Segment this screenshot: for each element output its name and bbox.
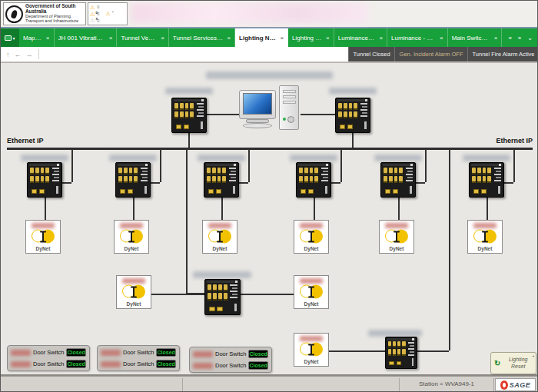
door-switch-row: Door SwitchClosed	[11, 360, 86, 368]
switch-power-connector	[473, 189, 479, 194]
switch-led	[406, 180, 413, 181]
computer-tower-icon	[279, 85, 299, 130]
dynet-label: DyNet	[294, 246, 328, 251]
switch-led	[54, 171, 58, 172]
ethernet-ip-label-left: Ethernet IP	[7, 137, 44, 145]
ethernet-switch[interactable]	[27, 162, 62, 198]
link-line	[487, 198, 488, 221]
bottom-status-bar: Station = WVA949-1 SAGE	[1, 376, 538, 392]
ethernet-switch[interactable]	[385, 337, 417, 369]
dynet-node[interactable]: DyNet	[114, 220, 149, 254]
redacted-door-id	[193, 351, 213, 357]
switch-ports	[472, 168, 491, 183]
workstation-computer[interactable]	[239, 85, 301, 133]
redacted-dynet-label	[473, 223, 497, 228]
dynet-logo-bar	[396, 232, 397, 242]
dynet-node[interactable]: DyNet	[379, 220, 414, 254]
door-status-badge: Closed	[66, 348, 86, 357]
switch-port	[304, 168, 308, 174]
ethernet-switch[interactable]	[115, 162, 151, 198]
dynet-node[interactable]: DyNet	[294, 220, 329, 254]
switch-leds	[229, 168, 236, 184]
switch-port	[118, 168, 122, 174]
switch-led	[231, 177, 235, 178]
ethernet-switch[interactable]	[204, 162, 239, 198]
dynet-node[interactable]: DyNet	[294, 275, 329, 309]
switch-port	[304, 176, 308, 183]
switch-led	[410, 345, 414, 347]
switch-power-connector	[176, 125, 181, 129]
switch-ports	[338, 103, 357, 118]
ethernet-switch[interactable]	[296, 162, 331, 198]
switch-port	[218, 176, 221, 183]
switch-led	[230, 284, 237, 286]
switch-power-connector	[301, 189, 306, 194]
link-line	[62, 182, 71, 184]
door-switch-row: Door SwitchClosed	[193, 361, 268, 370]
redacted-door-id	[11, 350, 31, 356]
switch-side-led	[233, 186, 234, 194]
dynet-logo-bar	[311, 232, 312, 242]
switch-led	[52, 168, 59, 169]
scada-window: Government of South Australia Department…	[0, 0, 538, 392]
ethernet-switch[interactable]	[335, 98, 370, 133]
switch-port	[402, 349, 405, 355]
ethernet-switch[interactable]	[469, 162, 504, 198]
redacted-dynet-label	[300, 278, 324, 284]
switch-port	[399, 176, 403, 183]
dynet-node[interactable]: DyNet	[116, 275, 151, 309]
switch-port	[134, 168, 138, 174]
switch-port	[134, 176, 138, 183]
door-switch-label: Door Switch	[33, 349, 64, 356]
switch-side-led	[412, 358, 413, 366]
switch-port	[483, 176, 487, 183]
dynet-logo-icon	[473, 230, 496, 244]
door-status-badge: Closed	[156, 348, 176, 357]
switch-port	[388, 349, 391, 355]
switch-port	[354, 111, 357, 118]
switch-port	[349, 103, 353, 110]
switch-port	[344, 111, 347, 118]
link-line	[71, 149, 73, 182]
switch-top-strip	[471, 164, 502, 166]
sage-brand-text: SAGE	[510, 381, 531, 389]
ethernet-switch[interactable]	[204, 279, 241, 315]
switch-port	[208, 293, 211, 300]
switch-led	[408, 348, 414, 350]
switch-port	[212, 168, 216, 174]
dynet-node[interactable]: DyNet	[202, 220, 237, 254]
dynet-logo-icon	[122, 285, 145, 300]
dynet-node[interactable]: DyNet	[294, 333, 329, 367]
door-switch-label: Door Switch	[123, 360, 154, 367]
switch-port	[190, 111, 194, 118]
ethernet-switch[interactable]	[171, 98, 207, 133]
ethernet-switch[interactable]	[380, 162, 416, 198]
dynet-logo-bar	[484, 232, 486, 242]
station-label: Station = WVA949-1	[400, 380, 493, 387]
switch-led	[141, 180, 148, 181]
switch-port	[299, 168, 303, 174]
switch-led	[141, 174, 148, 175]
link-line	[449, 149, 450, 350]
switch-leds	[141, 168, 148, 184]
switch-power-connector	[308, 189, 314, 194]
dynet-logo-bar	[311, 345, 312, 355]
door-switch-row: Door SwitchClosed	[101, 348, 176, 357]
link-line	[417, 350, 449, 352]
switch-led	[229, 168, 236, 169]
switch-led	[496, 171, 500, 172]
dynet-logo-icon	[300, 285, 323, 300]
door-switch-panel: Door SwitchClosedDoor SwitchClosed	[189, 347, 272, 373]
dynet-logo-icon	[300, 230, 323, 244]
switch-port	[218, 168, 221, 174]
dynet-node[interactable]: DyNet	[467, 220, 503, 254]
link-line	[314, 198, 315, 221]
dynet-label: DyNet	[294, 301, 328, 307]
dynet-label: DyNet	[203, 246, 237, 251]
lighting-reset-button[interactable]: ↻ Lighting Reset ▪	[490, 352, 536, 374]
dynet-node[interactable]: DyNet	[25, 220, 61, 254]
redacted-device-label	[21, 154, 68, 161]
switch-port	[174, 103, 178, 110]
switch-port	[487, 176, 491, 183]
computer-monitor-icon	[239, 90, 276, 119]
